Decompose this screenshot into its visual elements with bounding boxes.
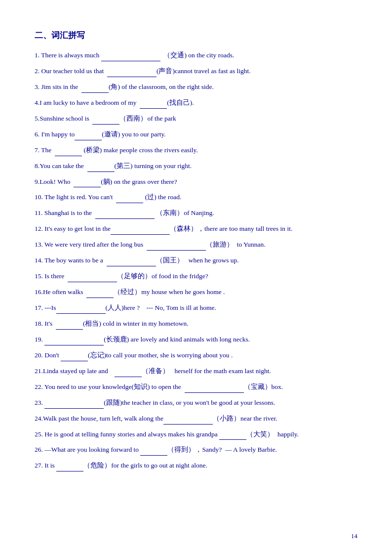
line-2: 2. Our teacher told us that (声音)cannot t… [35,66,357,77]
blank-25 [219,432,246,440]
line-21: 21.Linda stayed up late and （准备） herself… [35,366,357,377]
line-12: 12. It's easy to get lost in the（森林），the… [35,223,357,235]
line-8: 8.You can take the (第三) turning on your … [35,161,357,172]
blank-13 [147,243,206,251]
blank-15 [68,274,117,282]
line-7: 7. The (桥梁) make people cross the rivers… [35,145,357,156]
line-11: 11. Shanghai is to the （东南）of Nanjing. [35,208,357,219]
line-5: 5.Sunshine school is （西南）of the park [35,113,357,125]
blank-1 [101,53,160,61]
blank-20 [61,353,88,361]
line-27: 27. It is （危险）for the girls to go out at… [35,460,357,471]
line-19: 19. (长颈鹿) are lovely and kind animals wi… [35,334,357,345]
blank-8 [87,164,115,172]
line-17: 17. ---Is(人人)here ? --- No, Tom is ill a… [35,302,357,314]
blank-11 [95,211,155,219]
line-6: 6. I'm happy to(邀请) you to our party. [35,129,357,140]
line-9: 9.Look! Who (躺) on the grass over there? [35,176,357,188]
section-title: 二、词汇拼写 [35,30,357,41]
line-20: 20. Don't (忘记)to call your mother, she i… [35,350,357,361]
line-3: 3. Jim sits in the (角) of the classroom,… [35,82,357,93]
blank-10 [116,195,143,203]
line-14: 14. The boy wants to be a （国王） when he g… [35,255,357,266]
blank-22 [185,385,244,393]
line-1: 1. There is always much （交通) on the city… [35,50,357,61]
blank-24 [163,417,213,425]
page-number: 14 [351,532,357,540]
line-16: 16.He often walks （经过）my house when he g… [35,287,357,298]
blank-23 [44,401,104,409]
blank-7 [55,148,82,156]
line-23: 23. (跟随)the teacher in class, or you won… [35,397,357,409]
blank-14 [107,258,156,266]
blank-19 [44,338,104,345]
blank-5 [92,117,119,125]
blank-12 [111,227,170,235]
blank-9 [74,179,101,187]
line-4: 4.I am lucky to have a bedroom of my (找自… [35,97,357,109]
line-26: 26. —What are you looking forward to （得到… [35,444,357,456]
line-13: 13. We were very tired after the long bu… [35,239,357,251]
blank-21 [115,369,142,377]
blank-16 [86,290,114,298]
blank-3 [81,85,109,93]
line-24: 24.Walk past the house, turn left, walk … [35,413,357,425]
line-22: 22. You need to use your knowledge(知识) t… [35,382,357,393]
blank-18 [56,322,83,330]
blank-26 [140,448,167,456]
line-10: 10. The light is red. You can't (过) the … [35,192,357,203]
blank-4 [140,101,167,109]
blank-2 [107,69,157,77]
line-15: 15. Is there （足够的）of food in the fridge? [35,271,357,282]
blank-17 [56,306,106,314]
line-18: 18. It's (相当) cold in winter in my homet… [35,318,357,330]
blank-6 [75,132,102,140]
line-25: 25. He is good at telling funny stories … [35,429,357,440]
blank-27 [56,464,83,471]
page: 二、词汇拼写 1. There is always much （交通) on t… [0,0,392,555]
